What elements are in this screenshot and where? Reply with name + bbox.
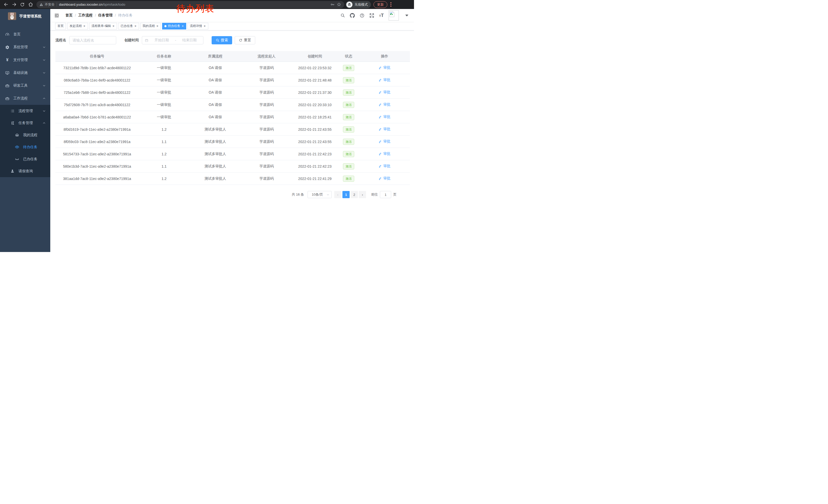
process-name-input[interactable] xyxy=(69,36,116,44)
sidebar-item-system[interactable]: 系统管理 xyxy=(0,41,50,54)
github-icon[interactable] xyxy=(350,13,355,18)
reload-icon[interactable] xyxy=(19,1,26,8)
sidebar-item-process-mgmt[interactable]: 流程管理 xyxy=(0,105,50,117)
goto-page-input[interactable] xyxy=(380,191,391,198)
sidebar-item-infra[interactable]: 基础设施 xyxy=(0,66,50,79)
approve-link[interactable]: 审批 xyxy=(379,102,390,107)
table-row: 73211d9d-7b9b-11ec-b5b7-acde48001122 一级审… xyxy=(55,62,410,74)
cell-task-name: 1.2 xyxy=(139,152,190,156)
tab-my-process[interactable]: 我的流程× xyxy=(140,23,161,30)
next-page-button[interactable]: › xyxy=(359,191,366,198)
fullscreen-icon[interactable] xyxy=(369,13,374,18)
search-icon[interactable] xyxy=(340,13,345,18)
approve-link[interactable]: 审批 xyxy=(379,114,390,119)
cell-task-name: 1.1 xyxy=(139,140,190,144)
sidebar-item-leave-query[interactable]: 请假查询 xyxy=(0,165,50,177)
table-row: a6aba0a4-7b6d-11ec-b781-acde48001122 一级审… xyxy=(55,111,410,123)
approve-link[interactable]: 审批 xyxy=(379,65,390,70)
prev-page-button[interactable]: ‹ xyxy=(334,191,341,198)
approve-link[interactable]: 审批 xyxy=(379,164,390,169)
table-row: 8f0d1619-7ac8-11ec-a9e2-a2380e71991a 1.2… xyxy=(55,123,410,136)
sidebar-item-home[interactable]: 首页 xyxy=(0,28,50,41)
avatar-dropdown-caret[interactable] xyxy=(405,15,408,16)
font-size-icon[interactable]: TT xyxy=(379,13,384,18)
tab-done-tasks[interactable]: 已办任务× xyxy=(118,23,139,30)
home-icon[interactable] xyxy=(27,1,34,8)
cell-task-id: 58154733-7ac8-11ec-a9e2-a2380e71991a xyxy=(55,152,139,156)
tab-form-edit[interactable]: 流程表单-编辑× xyxy=(89,23,117,30)
col-actions: 操作 xyxy=(359,54,410,59)
sidebar-item-workflow[interactable]: 工作流程 xyxy=(0,92,50,105)
sidebar-item-devtools[interactable]: 研发工具 xyxy=(0,79,50,92)
approve-link[interactable]: 审批 xyxy=(379,176,390,181)
tab-todo-tasks[interactable]: 待办任务× xyxy=(162,23,186,30)
breadcrumb-home[interactable]: 首页 xyxy=(66,13,73,18)
breadcrumb-separator: / xyxy=(95,13,96,17)
range-separator: - xyxy=(175,38,176,42)
date-range-picker[interactable]: 开始日期 - 结束日期 xyxy=(142,36,203,44)
sidebar-item-todo-tasks[interactable]: 待办任务 xyxy=(0,141,50,153)
url-host: dashboard.yudao.iocoder.cn xyxy=(59,3,102,6)
security-warning[interactable]: 不安全 xyxy=(40,2,55,7)
help-icon[interactable] xyxy=(360,13,365,18)
breadcrumb-task-mgmt[interactable]: 任务管理 xyxy=(98,13,113,18)
create-time-label: 创建时间 xyxy=(124,38,139,43)
bookmark-star-icon[interactable] xyxy=(337,2,341,7)
update-button[interactable]: 更新 xyxy=(373,1,387,8)
approve-link[interactable]: 审批 xyxy=(379,139,390,144)
cell-task-id: 069c6a63-7b8a-11ec-8ef0-acde48001122 xyxy=(55,78,139,82)
sidebar-item-label: 任务管理 xyxy=(18,121,33,125)
chevron-down-icon xyxy=(43,84,46,87)
sidebar-item-payment[interactable]: ¥ 支付管理 xyxy=(0,54,50,66)
cell-process: OA 请假 xyxy=(189,102,241,107)
broken-image-icon xyxy=(389,11,395,17)
password-key-icon[interactable] xyxy=(330,2,335,7)
chevron-down-icon xyxy=(43,46,46,49)
sidebar-toggle-icon[interactable] xyxy=(50,9,64,22)
close-icon[interactable]: × xyxy=(83,25,86,28)
search-button[interactable]: 搜索 xyxy=(212,36,232,44)
close-icon[interactable]: × xyxy=(134,25,137,28)
browser-menu-icon[interactable] xyxy=(389,2,393,7)
close-icon[interactable]: × xyxy=(156,25,159,28)
sidebar: 芋道管理系统 首页 系统管理 ¥ 支付管理 xyxy=(0,9,50,252)
sidebar-item-my-process[interactable]: 我的流程 xyxy=(0,129,50,141)
address-bar[interactable]: 不安全 dashboard.yudao.iocoder.cn/bpm/task/… xyxy=(36,1,344,8)
cell-task-id: 8f0d1619-7ac8-11ec-a9e2-a2380e71991a xyxy=(55,127,139,132)
cell-process: OA 请假 xyxy=(189,90,241,95)
edit-pencil-icon xyxy=(379,165,382,168)
total-count: 共 16 条 xyxy=(292,192,304,197)
cell-task-id: 73211d9d-7b9b-11ec-b5b7-acde48001122 xyxy=(55,66,139,70)
page-2-button[interactable]: 2 xyxy=(350,191,358,198)
page-1-button[interactable]: 1 xyxy=(342,191,349,198)
col-starter: 流程发起人 xyxy=(241,54,292,59)
approve-link[interactable]: 审批 xyxy=(379,90,390,95)
start-date-placeholder: 开始日期 xyxy=(151,38,173,43)
close-icon[interactable]: × xyxy=(112,25,115,28)
breadcrumb-workflow[interactable]: 工作流程 xyxy=(78,13,93,18)
approve-link[interactable]: 审批 xyxy=(379,151,390,156)
security-label: 不安全 xyxy=(45,2,55,7)
close-icon[interactable]: × xyxy=(181,25,184,28)
app-title: 芋道管理系统 xyxy=(19,14,42,19)
chevron-down-icon xyxy=(327,193,329,196)
cell-process: OA 请假 xyxy=(189,65,241,70)
back-icon[interactable] xyxy=(3,1,9,8)
yen-icon: ¥ xyxy=(5,58,9,62)
sidebar-item-done-tasks[interactable]: 已办任务 xyxy=(0,153,50,165)
chevron-down-icon xyxy=(43,71,46,74)
sidebar-item-task-mgmt[interactable]: 任务管理 xyxy=(0,117,50,129)
tab-process-detail[interactable]: 流程详情× xyxy=(188,23,208,30)
tab-home[interactable]: 首页 xyxy=(55,23,66,30)
calendar-icon xyxy=(145,39,149,42)
approve-link[interactable]: 审批 xyxy=(379,127,390,132)
forward-icon[interactable] xyxy=(11,1,17,8)
page-size-select[interactable]: 10条/页 xyxy=(307,191,332,198)
tab-start-process[interactable]: 发起流程× xyxy=(67,23,88,30)
close-icon[interactable]: × xyxy=(203,25,206,28)
approve-link[interactable]: 审批 xyxy=(379,78,390,82)
avatar[interactable] xyxy=(388,10,399,20)
reset-button[interactable]: 重置 xyxy=(235,36,255,44)
breadcrumb-separator: / xyxy=(115,13,116,17)
app-logo[interactable]: 芋道管理系统 xyxy=(0,9,50,23)
